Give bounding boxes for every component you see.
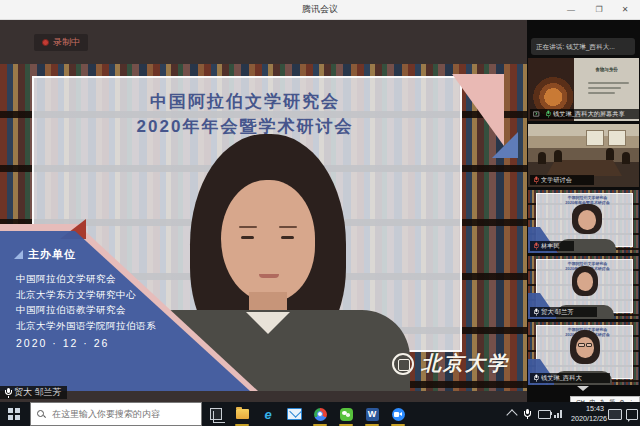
organizer-item: 中国阿拉伯语教学研究会: [16, 302, 156, 318]
thumbnail-participant[interactable]: 中国阿拉伯文学研究会 2020年年会暨学术研讨会 林丰民: [528, 190, 639, 253]
conference-title-line1: 中国阿拉伯文学研究会: [40, 90, 450, 115]
shared-slide-line: [588, 87, 621, 89]
screen-share-icon: [533, 112, 539, 117]
pku-logo: 北京大学: [392, 350, 509, 377]
windows-taskbar: e W 15:43 2020/12/26: [0, 402, 640, 426]
speaking-toast: 正在讲话: 钱艾琳_西科大...: [531, 38, 635, 55]
speaker-face: [221, 180, 315, 302]
touch-keyboard-icon[interactable]: [608, 409, 622, 420]
organizer-bullet-icon: [14, 250, 23, 259]
tray-microphone-icon[interactable]: [524, 409, 530, 419]
participant-face: [576, 337, 594, 358]
recording-indicator: 录制中: [34, 34, 88, 51]
microphone-icon: [546, 110, 550, 117]
open-app-indicator: [235, 424, 249, 426]
thumbnail-label: 贸大 邹兰芳: [530, 307, 597, 317]
room-person: [622, 152, 630, 164]
ie-icon: e: [264, 408, 271, 421]
tencent-meeting-window: 腾讯会议 — ❐ ✕ 录制中 中国阿拉伯文学研究会 2020年年会暨学术研讨会: [0, 0, 640, 426]
folder-icon: [236, 409, 249, 419]
chrome-icon: [314, 408, 327, 421]
decor-blue-triangle: [492, 132, 518, 158]
open-app-indicator: [339, 424, 353, 426]
internet-explorer-button[interactable]: e: [260, 406, 276, 422]
open-app-indicator: [365, 424, 379, 426]
minimize-button[interactable]: —: [558, 0, 584, 19]
glasses-icon: [578, 343, 592, 347]
shared-slide-title: 食物与身份: [590, 66, 623, 73]
search-input[interactable]: [50, 408, 195, 420]
speaker-eye: [241, 236, 254, 239]
participants-sidebar: 正在讲话: 钱艾琳_西科大... 食物与身份 钱艾琳_西科大的屏幕共享: [527, 20, 640, 402]
room-table: [546, 160, 622, 176]
thumbnail-participant-active[interactable]: 中国阿拉伯文学研究会 2020年年会暨学术研讨会 钱艾琳_西科大: [528, 322, 639, 385]
mail-button[interactable]: [286, 406, 302, 422]
taskbar-search[interactable]: [30, 402, 202, 426]
speaker-name-label: 贸大 邹兰芳: [0, 386, 67, 399]
microphone-icon: [534, 308, 538, 315]
organizer-item: 北京大学外国语学院阿拉伯语系: [16, 318, 156, 334]
thumbnail-label: 钱艾琳_西科大: [530, 373, 610, 383]
thumbnail-label-text: 贸大 邹兰芳: [541, 308, 574, 317]
task-view-button[interactable]: [210, 408, 222, 420]
battery-icon[interactable]: [538, 410, 551, 419]
microphone-muted-icon: [534, 242, 538, 249]
maximize-button[interactable]: ❐: [586, 0, 612, 19]
file-explorer-button[interactable]: [234, 406, 250, 422]
tencent-meeting-button[interactable]: [390, 406, 406, 422]
more-participants-arrow-icon[interactable]: [577, 386, 589, 391]
room-window: [586, 130, 604, 146]
thumbnail-label: 林丰民: [530, 241, 574, 251]
clock-time: 15:43: [571, 405, 604, 412]
wechat-button[interactable]: [338, 406, 354, 422]
thumbnail-participant[interactable]: 中国阿拉伯文学研究会 2020年年会暨学术研讨会 贸大 邹兰芳: [528, 256, 639, 319]
organizer-header-label: 主办单位: [28, 247, 76, 262]
thumbnail-label-text: 文学研讨会: [541, 176, 572, 185]
thumbnail-label-text: 钱艾琳_西科大的屏幕共享: [553, 110, 625, 119]
open-app-indicator: [391, 424, 405, 426]
organizer-header: 主办单位: [14, 247, 76, 262]
tencent-meeting-icon: [392, 408, 405, 421]
window-titlebar: 腾讯会议 — ❐ ✕: [0, 0, 640, 20]
action-center-icon[interactable]: [626, 409, 638, 420]
wechat-icon: [340, 408, 353, 421]
room-window: [608, 130, 626, 146]
speaker-eye: [281, 236, 294, 239]
thumbnail-meeting-room[interactable]: 文学研讨会: [528, 124, 639, 187]
pku-logo-text: 北京大学: [421, 350, 509, 377]
recording-dot-icon: [42, 39, 49, 46]
thumbnail-label: 钱艾琳_西科大的屏幕共享: [530, 109, 639, 119]
shared-slide-line: [588, 92, 615, 94]
room-person: [554, 150, 562, 162]
room-person: [606, 148, 614, 160]
conference-title: 中国阿拉伯文学研究会 2020年年会暨学术研讨会: [40, 90, 450, 139]
microphone-icon: [534, 374, 538, 381]
thumbnail-label: 文学研讨会: [530, 175, 594, 185]
open-app-indicator: [313, 424, 327, 426]
main-video-stage[interactable]: 录制中 中国阿拉伯文学研究会 2020年年会暨学术研讨会: [0, 20, 527, 402]
search-icon: [37, 410, 45, 418]
speaking-toast-text: 正在讲话: 钱艾琳_西科大...: [536, 42, 615, 51]
participant-face: [577, 272, 593, 291]
tray-expand-icon[interactable]: [506, 409, 517, 420]
taskbar-clock[interactable]: 15:43 2020/12/26: [558, 404, 604, 424]
participant-face: [578, 210, 596, 230]
window-title: 腾讯会议: [0, 3, 640, 16]
speaker-name-text: 贸大 邹兰芳: [14, 386, 62, 399]
conference-date: 2020 · 12 · 26: [16, 337, 109, 349]
close-button[interactable]: ✕: [612, 0, 638, 19]
word-button[interactable]: W: [364, 406, 380, 422]
clock-date: 2020/12/26: [571, 415, 604, 422]
shared-slide-line: [588, 82, 629, 84]
organizer-item: 北京大学东方文学研究中心: [16, 287, 156, 303]
recording-label: 录制中: [53, 36, 80, 49]
thumbnail-screen-share[interactable]: 食物与身份 钱艾琳_西科大的屏幕共享: [528, 58, 639, 121]
meeting-content: 录制中 中国阿拉伯文学研究会 2020年年会暨学术研讨会: [0, 20, 640, 402]
microphone-muted-icon: [534, 176, 538, 183]
speaker-video[interactable]: 中国阿拉伯文学研究会 2020年年会暨学术研讨会: [0, 64, 527, 391]
thumbnail-label-text: 钱艾琳_西科大: [541, 374, 582, 383]
mail-icon: [287, 408, 302, 420]
speaker-mouth: [259, 274, 279, 278]
chrome-button[interactable]: [312, 406, 328, 422]
start-button[interactable]: [8, 408, 20, 420]
